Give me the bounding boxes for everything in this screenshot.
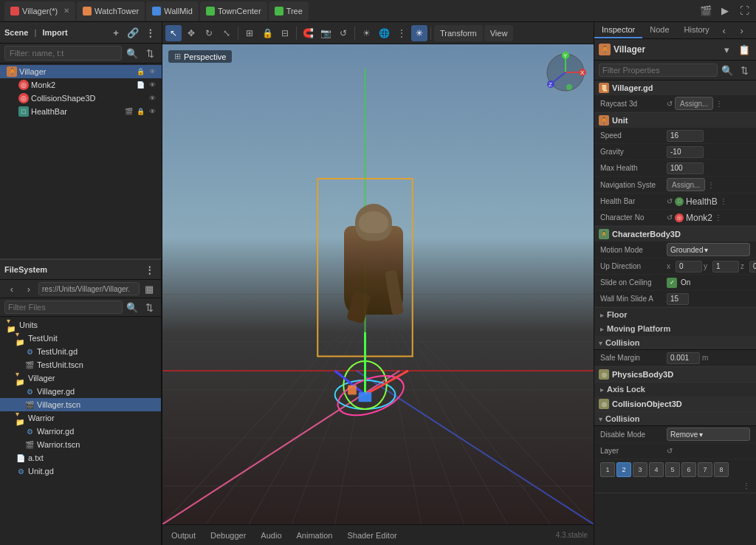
updir-y-input[interactable]: [712, 261, 739, 272]
scene-more-btn[interactable]: ⋮: [142, 25, 157, 40]
fs-item-unit-gd[interactable]: ⚙ Unit.gd: [0, 465, 161, 478]
tool-lock-btn[interactable]: 🔒: [259, 25, 275, 41]
raycast-assign-btn[interactable]: Assign...: [675, 97, 713, 110]
scene-filter-input[interactable]: [4, 46, 122, 61]
tab-watchtower[interactable]: WatchTower: [77, 1, 145, 21]
tool-move-btn[interactable]: ✥: [183, 25, 199, 41]
scene-link-btn[interactable]: 🔗: [126, 25, 140, 40]
raycast-more-btn[interactable]: ⋮: [715, 100, 723, 108]
viewport-gizmo[interactable]: Y X Z: [543, 50, 588, 95]
tab-history[interactable]: History: [677, 22, 717, 38]
monk2-script-icon[interactable]: 📄: [135, 80, 145, 90]
tab-node[interactable]: Node: [642, 22, 676, 38]
motionmode-dropdown[interactable]: Grounded ▾: [667, 243, 750, 256]
tree-item-healthbar[interactable]: □ HealthBar 🎬 🔒 👁: [0, 105, 162, 118]
tool-gizmo-btn[interactable]: ↺: [335, 25, 351, 41]
tree-item-villager[interactable]: 🧍 Villager 🔒 👁: [0, 65, 162, 78]
villager-lock-icon[interactable]: 🔒: [135, 66, 145, 77]
unit-section-header[interactable]: 🧍 Unit: [594, 113, 756, 128]
scene-tab-label[interactable]: Scene: [4, 28, 28, 37]
tree-item-collisionshape[interactable]: ◎ CollisionShape3D 👁: [0, 92, 162, 105]
tool-camera-btn[interactable]: 📷: [317, 25, 334, 41]
fs-filter-search-icon[interactable]: 🔍: [125, 300, 140, 315]
transform-btn[interactable]: Transform: [434, 25, 483, 41]
scene-sort-icon[interactable]: ⇅: [142, 46, 157, 61]
charbody-section-header[interactable]: 🧍 CharacterBody3D: [594, 227, 756, 241]
layer-btn-2[interactable]: 2: [616, 462, 631, 477]
layer-btn-8[interactable]: 8: [714, 462, 729, 477]
tool-select-btn[interactable]: ↖: [165, 25, 182, 41]
healthbar-scene-icon[interactable]: 🎬: [123, 106, 134, 117]
tool-snap-btn[interactable]: 🧲: [300, 25, 316, 41]
play-movie-btn[interactable]: 🎬: [698, 4, 713, 18]
filter-props-input[interactable]: [599, 64, 718, 77]
healthbar-visibility-icon[interactable]: 👁: [147, 106, 157, 117]
villager-visibility-icon[interactable]: 👁: [147, 66, 157, 77]
charnode-more-btn[interactable]: ⋮: [715, 213, 722, 222]
fs-more-btn[interactable]: ⋮: [142, 262, 157, 277]
updir-x-input[interactable]: [676, 261, 702, 272]
fs-item-testunit-gd[interactable]: ⚙ TestUnit.gd: [0, 345, 161, 358]
fs-forward-btn[interactable]: ›: [21, 281, 36, 296]
fs-item-villager-gd[interactable]: ⚙ Villager.gd: [0, 385, 161, 398]
close-villager-btn[interactable]: ✕: [63, 7, 69, 15]
animation-tab[interactable]: Animation: [294, 529, 336, 541]
fs-filter-input[interactable]: [4, 301, 123, 314]
maximize-btn[interactable]: ⛶: [737, 4, 752, 18]
movingplatform-toggle[interactable]: Moving Platform: [594, 322, 756, 336]
debugger-tab[interactable]: Debugger: [207, 529, 249, 541]
fs-item-villager-folder[interactable]: ▾📁 Villager: [0, 371, 161, 385]
navsys-more-btn[interactable]: ⋮: [707, 181, 715, 189]
fs-item-warrior-folder[interactable]: ▾📁 Warrior: [0, 411, 161, 425]
physicsbody-section-header[interactable]: ◎ PhysicsBody3D: [594, 367, 756, 382]
disablemode-dropdown[interactable]: Remove ▾: [667, 428, 750, 441]
fs-item-testunit[interactable]: ▾📁 TestUnit: [0, 332, 161, 345]
collision-visibility-icon[interactable]: 👁: [147, 93, 157, 103]
healthbar-more-btn[interactable]: ⋮: [720, 197, 727, 205]
tab-villager[interactable]: Villager(*) ✕: [4, 1, 75, 21]
wallminslide-input[interactable]: [667, 293, 689, 305]
scene-add-btn[interactable]: +: [109, 25, 123, 40]
layer-btn-1[interactable]: 1: [600, 462, 615, 477]
fs-item-warrior-gd[interactable]: ⚙ Warrior.gd: [0, 425, 161, 438]
filter-search-icon[interactable]: 🔍: [720, 63, 735, 78]
tool-grid-btn[interactable]: ⊟: [277, 25, 293, 41]
fs-item-atxt[interactable]: 📄 a.txt: [0, 451, 161, 465]
tool-local-btn[interactable]: ⊞: [241, 25, 258, 41]
floor-toggle[interactable]: Floor: [594, 308, 756, 322]
tab-inspector[interactable]: Inspector: [594, 22, 642, 38]
fs-back-btn[interactable]: ‹: [4, 281, 19, 296]
layer-btn-3[interactable]: 3: [633, 462, 647, 477]
fs-layout-btn[interactable]: ▦: [142, 281, 157, 296]
healthbar-lock-icon[interactable]: 🔒: [135, 106, 145, 117]
inspector-node-dropdown[interactable]: ▾: [719, 42, 734, 57]
layer-btn-6[interactable]: 6: [681, 462, 696, 477]
layer-refresh-icon[interactable]: ↺: [667, 447, 673, 455]
charnode-refresh-icon[interactable]: ↺: [667, 213, 673, 222]
tool-rotate-btn[interactable]: ↻: [201, 25, 217, 41]
tool-scale-btn[interactable]: ⤡: [219, 25, 235, 41]
output-tab[interactable]: Output: [168, 529, 199, 541]
axislock-toggle[interactable]: Axis Lock: [594, 383, 756, 397]
layer-btn-5[interactable]: 5: [665, 462, 680, 477]
slideceiling-checkbox[interactable]: ✓: [667, 278, 677, 288]
tab-tree[interactable]: Tree: [269, 1, 309, 21]
collobject-section-header[interactable]: ◎ CollisionObject3D: [594, 397, 756, 411]
inspector-more-btn[interactable]: ⋮: [752, 23, 756, 38]
tree-item-monk2[interactable]: ◎ Monk2 📄 👁: [0, 78, 162, 92]
collision-toggle[interactable]: Collision: [594, 336, 756, 350]
tool-more-btn[interactable]: ⋮: [394, 25, 410, 41]
script-section-header[interactable]: 📜 Villager.gd: [594, 80, 756, 95]
shader-editor-tab[interactable]: Shader Editor: [344, 529, 399, 541]
monk2-visibility-icon[interactable]: 👁: [147, 80, 157, 90]
tool-env-btn[interactable]: ☀: [358, 25, 374, 41]
raycast-refresh-icon[interactable]: ↺: [667, 100, 673, 108]
audio-tab[interactable]: Audio: [258, 529, 284, 541]
inspector-forward-btn[interactable]: ›: [735, 23, 749, 38]
tab-wallmid[interactable]: WallMid: [146, 1, 199, 21]
layer-btn-7[interactable]: 7: [698, 462, 712, 477]
gravity-input[interactable]: [667, 146, 704, 158]
import-tab-label[interactable]: Import: [43, 28, 68, 37]
speed-input[interactable]: [667, 130, 704, 142]
maxhealth-input[interactable]: [667, 162, 704, 174]
